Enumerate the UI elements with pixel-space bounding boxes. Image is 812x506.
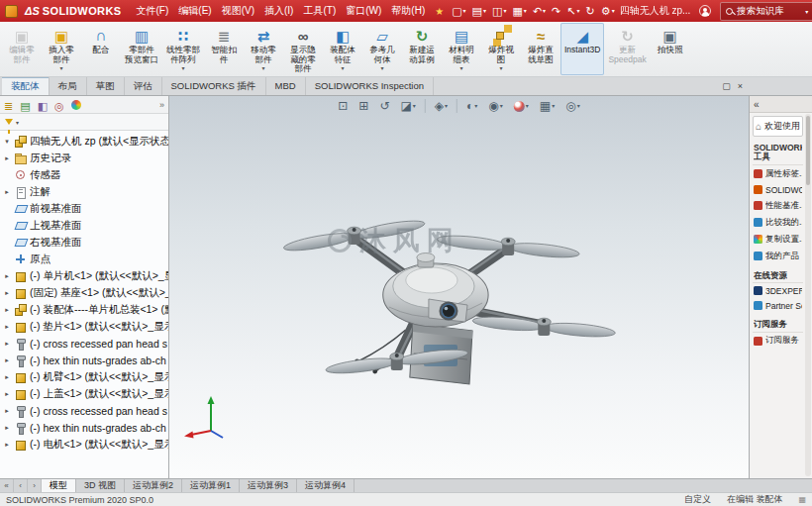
expand-arrow-icon[interactable] bbox=[3, 323, 11, 330]
expand-arrow-icon[interactable] bbox=[3, 441, 11, 448]
favorites-star-icon[interactable]: ★ bbox=[435, 6, 444, 17]
expand-arrow-icon[interactable] bbox=[3, 356, 11, 363]
mate-button[interactable]: 配合 ▾ bbox=[81, 23, 121, 75]
smart-fasteners-button[interactable]: 智能扣 件 ▾ bbox=[204, 23, 244, 75]
tab-scroll-icon[interactable]: › bbox=[28, 479, 42, 492]
tree-item[interactable]: 前视基准面 bbox=[2, 200, 168, 217]
section-view-icon[interactable]: ◪▾ bbox=[398, 99, 417, 113]
view-orientation-icon[interactable]: ◈▾ bbox=[425, 99, 450, 113]
expand-arrow-icon[interactable] bbox=[3, 289, 11, 296]
zoom-area-icon[interactable]: ⊞▾ bbox=[356, 99, 370, 113]
propertymanager-tab[interactable]: ▤ bbox=[20, 96, 30, 114]
expand-arrow-icon[interactable] bbox=[3, 138, 11, 145]
graphics-area[interactable]: ⊡▾⊞▾↺▾◪▾◈▾◐▾◉▾▾▦▾◎▾ bbox=[169, 96, 749, 478]
save-button[interactable]: ◫▾ bbox=[489, 4, 509, 19]
view-settings-icon[interactable]: ◎▾ bbox=[563, 99, 582, 113]
taskpane-scrollbar[interactable] bbox=[805, 114, 811, 476]
item-copy-settings-wizard[interactable]: 复制设置... bbox=[753, 231, 803, 248]
expand-arrow-icon[interactable] bbox=[3, 306, 11, 313]
tree-item[interactable]: 注解 bbox=[2, 183, 168, 200]
restore-document-icon[interactable]: ▢ bbox=[722, 82, 731, 91]
tab-motion-study-2[interactable]: 运动算例2 bbox=[125, 479, 182, 492]
expand-arrow-icon[interactable] bbox=[3, 272, 11, 279]
expand-arrow-icon[interactable] bbox=[3, 407, 11, 414]
item-solidworks-rx[interactable]: SOLIDWO... bbox=[753, 182, 803, 197]
menu-item[interactable]: 帮助(H) bbox=[386, 1, 430, 21]
expand-arrow-icon[interactable] bbox=[3, 340, 11, 347]
undo-button[interactable]: ↶▾ bbox=[530, 4, 549, 19]
configurationmanager-tab[interactable]: ◧ bbox=[38, 96, 48, 114]
component-preview-window-button[interactable]: 零部件 预览窗口 ▾ bbox=[121, 23, 162, 75]
open-button[interactable]: ▤▾ bbox=[469, 4, 489, 19]
tree-item[interactable]: (-) cross recessed pan head s bbox=[2, 335, 168, 352]
expand-arrow-icon[interactable] bbox=[3, 390, 11, 397]
drone-3d-model[interactable] bbox=[169, 96, 749, 478]
rebuild-button[interactable]: ↻▾ bbox=[583, 4, 598, 19]
tab-motion-study-1[interactable]: 运动算例1 bbox=[182, 479, 240, 492]
explode-line-sketch-button[interactable]: 爆炸直 线草图 ▾ bbox=[521, 23, 560, 75]
new-motion-study-button[interactable]: 新建运 动算例 ▾ bbox=[402, 23, 442, 75]
update-speedpak-button[interactable]: 更新 Speedpak ▾ bbox=[604, 23, 650, 75]
customize-button[interactable]: 自定义 bbox=[684, 493, 711, 506]
tab-solidworks-addins[interactable]: SOLIDWORKS 插件 bbox=[162, 77, 266, 95]
expand-arrow-icon[interactable] bbox=[3, 373, 11, 380]
filter-funnel-icon[interactable] bbox=[5, 119, 13, 125]
take-snapshot-button[interactable]: 拍快照 ▾ bbox=[651, 23, 690, 75]
menu-item[interactable]: 文件(F) bbox=[132, 1, 174, 21]
tree-item[interactable]: (-) 垫片<1> (默认<<默认>_显示 bbox=[2, 318, 168, 335]
redo-button[interactable]: ↷▾ bbox=[549, 4, 563, 19]
item-3dexperience-marketplace[interactable]: 3DEXPERI... bbox=[753, 283, 803, 298]
status-grip-icon[interactable]: ▦ bbox=[798, 496, 806, 504]
tree-item[interactable]: 上视基准面 bbox=[2, 217, 168, 234]
collapse-taskpane-button[interactable]: « bbox=[754, 99, 760, 110]
new-document-button[interactable]: ▢▾ bbox=[449, 4, 468, 19]
tab-3d-views[interactable]: 3D 视图 bbox=[76, 479, 125, 492]
tree-item[interactable]: 历史记录 bbox=[2, 150, 168, 166]
tree-item[interactable]: (-) hex thin nuts-grades ab-ch bbox=[2, 352, 168, 368]
section-solidworks-tools[interactable]: SOLIDWORKS 工具 bbox=[753, 141, 803, 165]
menu-item[interactable]: 编辑(E) bbox=[173, 1, 216, 21]
item-property-tab-builder[interactable]: 属性标签... bbox=[753, 165, 803, 182]
tree-item[interactable]: (-) 机臂<1> (默认<<默认>_显示 bbox=[2, 368, 168, 385]
menu-item[interactable]: 工具(T) bbox=[298, 1, 341, 21]
tree-item[interactable]: (-) hex thin nuts-grades ab-ch bbox=[2, 419, 168, 436]
apply-scene-icon[interactable]: ▦▾ bbox=[538, 99, 557, 113]
item-my-products[interactable]: 我的产品 bbox=[753, 248, 803, 264]
tree-item[interactable]: (-) 电机<1> (默认<<默认>_显示 bbox=[2, 436, 168, 453]
displaymanager-tab[interactable] bbox=[71, 96, 81, 114]
options-button[interactable]: ⚙▾ bbox=[598, 4, 618, 19]
select-button[interactable]: ↖▾ bbox=[563, 4, 582, 19]
show-hidden-components-button[interactable]: 显示隐 藏的零 部件 ▾ bbox=[283, 23, 323, 75]
tree-item[interactable]: (-) 上盖<1> (默认<<默认>_显示 bbox=[2, 385, 168, 402]
edit-appearance-icon[interactable]: ▾ bbox=[512, 100, 531, 113]
tree-item[interactable]: (-) cross recessed pan head s bbox=[2, 402, 168, 419]
linear-component-pattern-button[interactable]: 线性零部 件阵列 ▾ bbox=[162, 23, 204, 75]
tab-scroll-icon[interactable]: « bbox=[0, 479, 14, 492]
assembly-features-button[interactable]: 装配体 特征 ▾ bbox=[323, 23, 362, 75]
tab-motion-study-4[interactable]: 运动算例4 bbox=[297, 479, 355, 492]
zoom-fit-icon[interactable]: ⊡▾ bbox=[336, 99, 350, 113]
tab-mbd[interactable]: MBD bbox=[266, 77, 306, 95]
tab-layout[interactable]: 布局 bbox=[50, 77, 87, 95]
expand-arrow-icon[interactable] bbox=[3, 154, 11, 161]
tree-item[interactable]: 原点 bbox=[2, 251, 168, 267]
previous-view-icon[interactable]: ↺▾ bbox=[377, 99, 391, 113]
tree-item[interactable]: 四轴无人机 zp (默认<显示状态-1> bbox=[2, 133, 168, 150]
login-icon[interactable] bbox=[699, 5, 711, 17]
edit-component-button[interactable]: 编辑零 部件 ▾ bbox=[2, 23, 42, 75]
item-compare-my-score[interactable]: 比较我的... bbox=[753, 214, 803, 231]
move-component-button[interactable]: 移动零 部件 ▾ bbox=[244, 23, 283, 75]
tab-scroll-icon[interactable]: ‹ bbox=[14, 479, 28, 492]
welcome-row[interactable]: ⌂ 欢迎使用 bbox=[753, 116, 803, 137]
instant3d-button[interactable]: Instant3D ▾ bbox=[560, 23, 604, 75]
item-performance-benchmark[interactable]: 性能基准... bbox=[753, 197, 803, 214]
tab-sketch[interactable]: 草图 bbox=[87, 77, 125, 95]
bill-of-materials-button[interactable]: 材料明 细表 ▾ bbox=[442, 23, 481, 75]
print-button[interactable]: ▦▾ bbox=[509, 4, 529, 19]
manager-tabs-overflow-icon[interactable]: » bbox=[159, 100, 164, 110]
tab-motion-study-3[interactable]: 运动算例3 bbox=[240, 479, 297, 492]
tab-solidworks-inspection[interactable]: SOLIDWORKS Inspection bbox=[306, 77, 434, 95]
reference-geometry-button[interactable]: 参考几 何体 ▾ bbox=[362, 23, 402, 75]
search-dropdown-icon[interactable]: ▾ bbox=[805, 8, 808, 15]
section-online-resources[interactable]: 在线资源 bbox=[753, 268, 803, 283]
